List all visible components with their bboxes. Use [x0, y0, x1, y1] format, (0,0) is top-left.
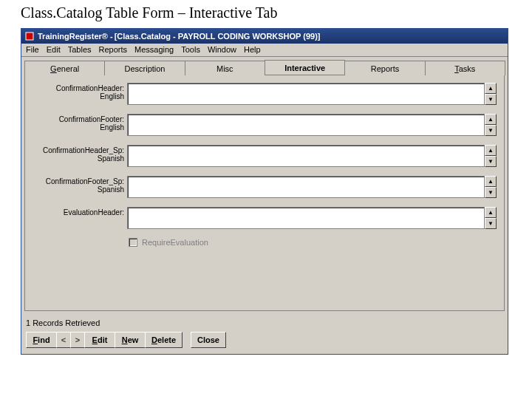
- document-heading: Class.Catalog Table Form – Interactive T…: [21, 4, 532, 21]
- scrollbar-confirmation-header-sp[interactable]: ▲ ▼: [485, 145, 497, 167]
- field-confirmation-footer-sp: ConfirmationFooter_Sp: Spanish ▲ ▼: [33, 176, 497, 198]
- tab-misc[interactable]: Misc: [185, 61, 265, 75]
- scroll-down-icon[interactable]: ▼: [485, 94, 497, 105]
- menu-file[interactable]: File: [26, 45, 39, 54]
- input-confirmation-header-sp[interactable]: [127, 145, 485, 167]
- scroll-up-icon[interactable]: ▲: [485, 145, 497, 156]
- scroll-up-icon[interactable]: ▲: [485, 207, 497, 218]
- scroll-down-icon[interactable]: ▼: [485, 187, 497, 198]
- scroll-up-icon[interactable]: ▲: [485, 176, 497, 187]
- tab-strip: General Description Misc Interactive Rep…: [21, 60, 508, 75]
- status-bar: 1 Records Retrieved: [26, 318, 503, 327]
- titlebar-document: [Class.Catalog - PAYROLL CODING WORKSHOP…: [115, 32, 321, 41]
- tab-tasks[interactable]: Tasks: [425, 61, 505, 75]
- find-button[interactable]: Find: [26, 332, 57, 348]
- menu-edit[interactable]: Edit: [47, 45, 61, 54]
- label-evaluation-header: EvaluationHeader:: [33, 207, 127, 216]
- field-confirmation-header-sp: ConfirmationHeader_Sp: Spanish ▲ ▼: [33, 145, 497, 167]
- scrollbar-evaluation-header[interactable]: ▲ ▼: [485, 207, 497, 229]
- scrollbar-confirmation-footer[interactable]: ▲ ▼: [485, 114, 497, 136]
- delete-button[interactable]: Delete: [145, 332, 183, 348]
- button-bar: Find < > Edit New Delete Close: [21, 329, 508, 354]
- menu-tables[interactable]: Tables: [68, 45, 92, 54]
- app-icon: [24, 31, 35, 41]
- edit-button[interactable]: Edit: [84, 332, 115, 348]
- label-confirmation-footer-sp: ConfirmationFooter_Sp: Spanish: [33, 176, 127, 194]
- scrollbar-confirmation-footer-sp[interactable]: ▲ ▼: [485, 176, 497, 198]
- scroll-down-icon[interactable]: ▼: [485, 156, 497, 167]
- menu-reports[interactable]: Reports: [99, 45, 128, 54]
- input-confirmation-footer[interactable]: [127, 114, 485, 136]
- checkbox-require-evaluation: RequireEvaluation: [129, 238, 497, 247]
- input-confirmation-header[interactable]: [127, 83, 485, 105]
- scroll-down-icon[interactable]: ▼: [485, 125, 497, 136]
- tab-body-interactive: ConfirmationHeader: English ▲ ▼ Confirma…: [24, 75, 505, 311]
- tab-description[interactable]: Description: [104, 61, 185, 75]
- app-window: TrainingRegister® - [Class.Catalog - PAY…: [21, 28, 508, 355]
- menubar: File Edit Tables Reports Messaging Tools…: [21, 44, 508, 57]
- titlebar: TrainingRegister® - [Class.Catalog - PAY…: [21, 29, 508, 44]
- menu-tools[interactable]: Tools: [181, 45, 200, 54]
- menu-help[interactable]: Help: [244, 45, 261, 54]
- prev-record-button[interactable]: <: [56, 332, 71, 348]
- tab-interactive[interactable]: Interactive: [265, 60, 345, 75]
- svg-rect-0: [26, 33, 33, 40]
- tab-reports[interactable]: Reports: [344, 61, 425, 75]
- tab-general[interactable]: General: [24, 61, 105, 75]
- close-button[interactable]: Close: [191, 332, 226, 348]
- scroll-up-icon[interactable]: ▲: [485, 114, 497, 125]
- field-confirmation-header: ConfirmationHeader: English ▲ ▼: [33, 83, 497, 105]
- checkbox-label: RequireEvaluation: [142, 238, 208, 247]
- titlebar-app-name: TrainingRegister® -: [38, 32, 113, 41]
- next-record-button[interactable]: >: [70, 332, 85, 348]
- scroll-up-icon[interactable]: ▲: [485, 83, 497, 94]
- label-confirmation-header: ConfirmationHeader: English: [33, 83, 127, 100]
- field-confirmation-footer: ConfirmationFooter: English ▲ ▼: [33, 114, 497, 136]
- checkbox-box-icon: [129, 238, 137, 247]
- field-evaluation-header: EvaluationHeader: ▲ ▼: [33, 207, 497, 229]
- input-confirmation-footer-sp[interactable]: [127, 176, 485, 198]
- scrollbar-confirmation-header[interactable]: ▲ ▼: [485, 83, 497, 105]
- label-confirmation-header-sp: ConfirmationHeader_Sp: Spanish: [33, 145, 127, 163]
- label-confirmation-footer: ConfirmationFooter: English: [33, 114, 127, 132]
- menu-messaging[interactable]: Messaging: [134, 45, 174, 54]
- input-evaluation-header[interactable]: [127, 207, 485, 229]
- new-button[interactable]: New: [115, 332, 146, 348]
- scroll-down-icon[interactable]: ▼: [485, 218, 497, 229]
- menu-window[interactable]: Window: [208, 45, 236, 54]
